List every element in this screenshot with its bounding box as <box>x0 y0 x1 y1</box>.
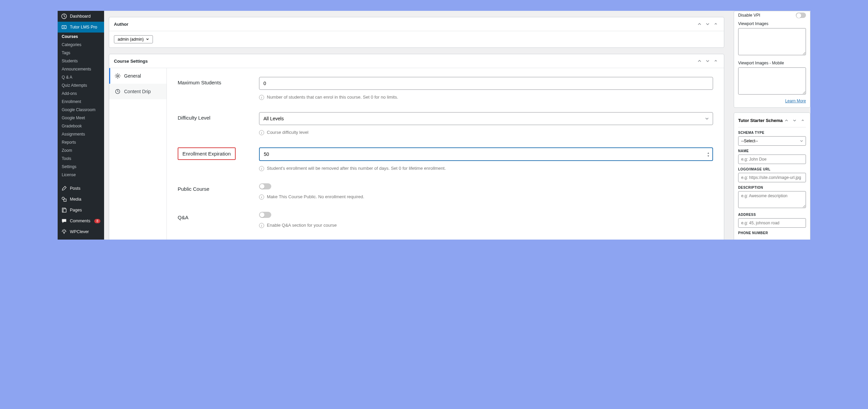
nav-tutor-lms[interactable]: Tutor LMS Pro <box>58 22 104 33</box>
schema-panel: Tutor Starter Schema SCHEMA TYPE --Selec… <box>734 113 810 240</box>
sub-categories[interactable]: Categories <box>58 41 104 49</box>
schema-address-input[interactable] <box>738 218 806 228</box>
schema-desc-textarea[interactable] <box>738 191 806 208</box>
tab-content-drip[interactable]: Content Drip <box>109 84 166 99</box>
svg-point-2 <box>63 26 65 28</box>
panel-up-icon[interactable] <box>696 58 703 64</box>
pin-icon <box>61 185 67 191</box>
schema-title: Tutor Starter Schema <box>738 118 783 123</box>
sub-reports[interactable]: Reports <box>58 138 104 146</box>
panel-up-icon[interactable] <box>696 21 703 27</box>
help-text: Course difficulty level <box>267 130 309 135</box>
difficulty-value: All Levels <box>259 112 713 125</box>
nav-comments[interactable]: Comments 8 <box>58 216 104 226</box>
tab-general[interactable]: General <box>109 68 166 84</box>
svg-point-7 <box>63 230 65 232</box>
schema-logo-label: LOGO/IMAGE URL <box>738 167 806 171</box>
sub-qa[interactable]: Q & A <box>58 73 104 81</box>
schema-name-input[interactable] <box>738 155 806 164</box>
sub-tags[interactable]: Tags <box>58 49 104 57</box>
sub-google-meet[interactable]: Google Meet <box>58 114 104 122</box>
max-students-label: Maximum Students <box>178 80 245 85</box>
difficulty-select[interactable]: All Levels <box>259 112 713 125</box>
tutor-icon <box>61 24 67 30</box>
nav-label: Posts <box>70 186 80 191</box>
help-text: Student's enrollment will be removed aft… <box>267 166 446 171</box>
info-icon: i <box>259 166 264 171</box>
panel-collapse-icon[interactable] <box>712 21 719 27</box>
panel-collapse-icon[interactable] <box>712 58 719 64</box>
course-settings-panel: Course Settings General Content Drip <box>109 54 724 240</box>
panel-title: Course Settings <box>114 59 696 64</box>
disable-vpi-toggle[interactable] <box>796 13 806 18</box>
sub-tools[interactable]: Tools <box>58 155 104 163</box>
sub-settings[interactable]: Settings <box>58 163 104 171</box>
schema-phone-label: PHONE NUMBER <box>738 231 806 235</box>
nav-label: Dashboard <box>70 14 91 19</box>
spinner-up-icon[interactable]: ▲ <box>706 151 710 154</box>
viewport-images-textarea[interactable] <box>738 28 806 55</box>
chevron-down-icon <box>146 38 149 41</box>
schema-name-label: NAME <box>738 149 806 153</box>
panel-collapse-icon[interactable] <box>799 117 806 124</box>
spinner-down-icon[interactable]: ▼ <box>706 155 710 157</box>
nav-pages[interactable]: Pages <box>58 205 104 216</box>
vpi-panel: Disable VPI Viewport Images Viewport Ima… <box>734 11 810 108</box>
nav-label: Media <box>70 197 81 202</box>
disable-vpi-label: Disable VPI <box>738 13 760 18</box>
panel-down-icon[interactable] <box>704 21 711 27</box>
svg-point-8 <box>117 75 118 77</box>
sub-google-classroom[interactable]: Google Classroom <box>58 106 104 114</box>
panel-down-icon[interactable] <box>791 117 798 124</box>
difficulty-label: Difficulty Level <box>178 115 245 121</box>
sub-quiz[interactable]: Quiz Attempts <box>58 81 104 89</box>
public-course-toggle[interactable] <box>259 183 271 189</box>
help-text: Number of students that can enrol in thi… <box>267 95 398 100</box>
info-icon: i <box>259 95 264 100</box>
sub-students[interactable]: Students <box>58 57 104 65</box>
viewport-images-mobile-textarea[interactable] <box>738 67 806 95</box>
sub-addons[interactable]: Add-ons <box>58 89 104 98</box>
panel-up-icon[interactable] <box>783 117 790 124</box>
nav-media[interactable]: Media <box>58 194 104 205</box>
enroll-exp-label: Enrollment Expiration <box>178 147 236 160</box>
nav-label: Pages <box>70 208 82 212</box>
schema-type-value: --Select-- <box>738 136 806 146</box>
viewport-images-mobile-label: Viewport Images - Mobile <box>738 61 806 65</box>
qa-toggle[interactable] <box>259 212 271 218</box>
schema-logo-input[interactable] <box>738 173 806 182</box>
sub-enrollment[interactable]: Enrollment <box>58 98 104 106</box>
admin-sidebar: Dashboard Tutor LMS Pro Courses Categori… <box>58 11 104 240</box>
submenu: Courses Categories Tags Students Announc… <box>58 33 104 179</box>
schema-type-label: SCHEMA TYPE <box>738 131 806 135</box>
panel-down-icon[interactable] <box>704 58 711 64</box>
enroll-exp-input[interactable] <box>259 147 713 161</box>
nav-label: WPClever <box>70 229 89 234</box>
schema-address-label: ADDRESS <box>738 213 806 217</box>
sub-announcements[interactable]: Announcements <box>58 65 104 73</box>
sub-gradebook[interactable]: Gradebook <box>58 122 104 130</box>
author-dropdown[interactable]: admin (admin) <box>114 35 153 43</box>
schema-type-select[interactable]: --Select-- <box>738 136 806 146</box>
sub-zoom[interactable]: Zoom <box>58 146 104 155</box>
svg-rect-6 <box>63 209 66 212</box>
nav-posts[interactable]: Posts <box>58 183 104 194</box>
comments-badge: 8 <box>94 219 100 223</box>
author-panel: Author admin (admin) <box>109 17 724 48</box>
sub-courses[interactable]: Courses <box>58 33 104 41</box>
nav-dashboard[interactable]: Dashboard <box>58 11 104 22</box>
sub-assignments[interactable]: Assignments <box>58 130 104 138</box>
right-sidebar: Disable VPI Viewport Images Viewport Ima… <box>729 11 810 240</box>
nav-wpclever[interactable]: WPClever <box>58 226 104 237</box>
help-text: Make This Course Public. No enrollment r… <box>267 194 364 199</box>
learn-more-link[interactable]: Learn More <box>785 99 806 103</box>
dashboard-icon <box>61 13 67 19</box>
lightbulb-icon <box>61 229 67 235</box>
sub-license[interactable]: License <box>58 171 104 179</box>
viewport-images-label: Viewport Images <box>738 21 806 26</box>
media-icon <box>61 196 67 202</box>
qa-label: Q&A <box>178 214 245 220</box>
help-text: Enable Q&A section for your course <box>267 223 337 228</box>
main-content: Author admin (admin) Course Settings <box>104 11 729 240</box>
max-students-input[interactable] <box>259 77 713 90</box>
